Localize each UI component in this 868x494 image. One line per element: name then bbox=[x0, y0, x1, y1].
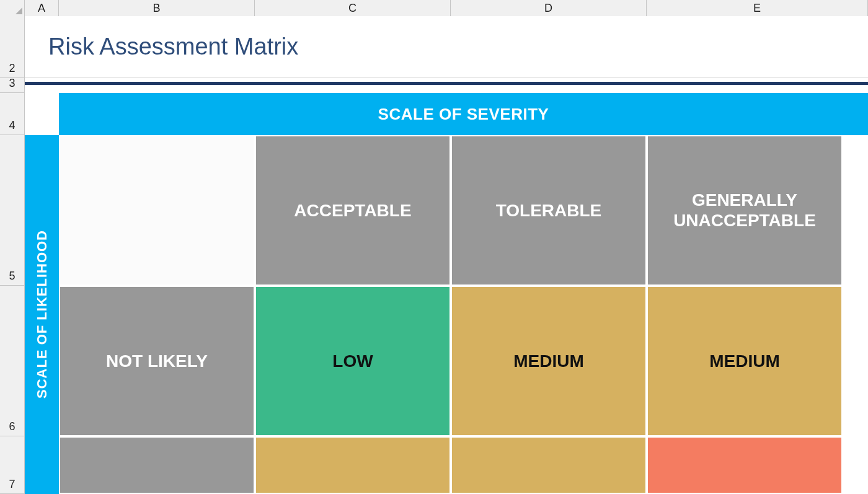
likelihood-header[interactable]: SCALE OF LIKELIHOOD bbox=[25, 135, 59, 494]
severity-header[interactable]: SCALE OF SEVERITY bbox=[59, 93, 868, 135]
cell-A4[interactable] bbox=[25, 93, 59, 135]
page-title[interactable]: Risk Assessment Matrix bbox=[25, 16, 868, 78]
cell-E5[interactable]: GENERALLY UNACCEPTABLE bbox=[648, 136, 841, 284]
matrix-row-6: NOT LIKELY LOW MEDIUM MEDIUM bbox=[25, 286, 868, 436]
cell-B7[interactable] bbox=[60, 438, 254, 493]
cell-C6[interactable]: LOW bbox=[256, 287, 450, 435]
select-all-corner[interactable] bbox=[0, 0, 25, 16]
col-header-E[interactable]: E bbox=[647, 0, 868, 16]
severity-header-row: SCALE OF SEVERITY bbox=[25, 93, 868, 135]
divider-line bbox=[25, 82, 868, 85]
cell-C7[interactable] bbox=[256, 438, 450, 493]
row-header-6[interactable]: 6 bbox=[0, 286, 25, 436]
cell-B6[interactable]: NOT LIKELY bbox=[60, 287, 254, 435]
divider-row bbox=[25, 78, 868, 93]
cell-E7[interactable] bbox=[648, 438, 841, 493]
cell-E5-text: GENERALLY UNACCEPTABLE bbox=[653, 190, 836, 230]
matrix-row-5: ACCEPTABLE TOLERABLE GENERALLY UNACCEPTA… bbox=[25, 135, 868, 286]
row-header-4[interactable]: 4 bbox=[0, 93, 25, 135]
cell-D5[interactable]: TOLERABLE bbox=[452, 136, 645, 284]
row-header-3[interactable]: 3 bbox=[0, 78, 25, 93]
row-header-2[interactable]: 2 bbox=[0, 16, 25, 78]
cell-E6[interactable]: MEDIUM bbox=[648, 287, 841, 435]
col-header-C[interactable]: C bbox=[255, 0, 451, 16]
row-header-column: 2 3 4 5 6 7 bbox=[0, 16, 25, 494]
cell-D7[interactable] bbox=[452, 438, 645, 493]
col-header-D[interactable]: D bbox=[451, 0, 647, 16]
cell-B5[interactable] bbox=[60, 136, 254, 284]
row-header-7[interactable]: 7 bbox=[0, 436, 25, 494]
cell-C5[interactable]: ACCEPTABLE bbox=[256, 136, 450, 284]
matrix-row-7 bbox=[25, 436, 868, 494]
cell-D6[interactable]: MEDIUM bbox=[452, 287, 645, 435]
row-header-5[interactable]: 5 bbox=[0, 135, 25, 286]
col-header-B[interactable]: B bbox=[59, 0, 255, 16]
col-header-A[interactable]: A bbox=[25, 0, 59, 16]
column-header-row: A B C D E bbox=[0, 0, 868, 16]
grid-content: Risk Assessment Matrix SCALE OF SEVERITY… bbox=[25, 16, 868, 494]
spreadsheet-view: A B C D E 2 3 4 5 6 7 Risk Assessment Ma… bbox=[0, 0, 868, 494]
